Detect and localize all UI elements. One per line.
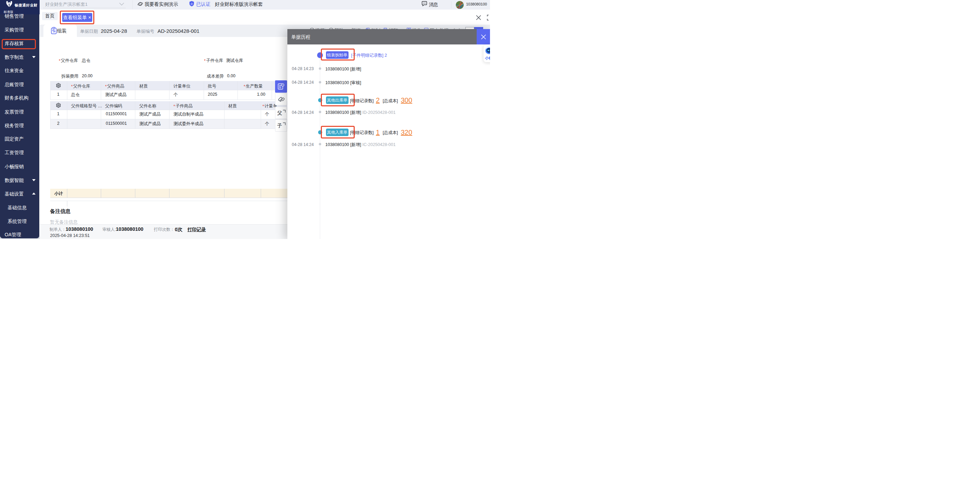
svg-text:企: 企 — [190, 2, 193, 5]
